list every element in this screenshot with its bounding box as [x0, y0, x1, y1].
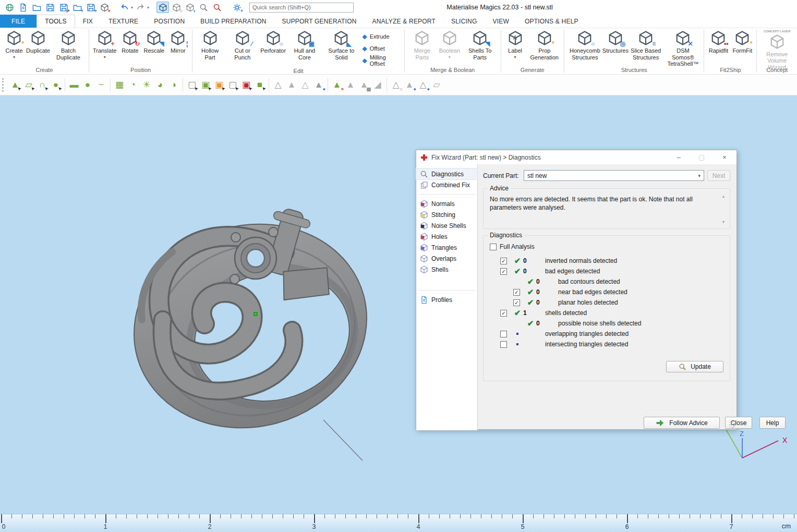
- section-cube-icon[interactable]: ◐: [184, 2, 196, 13]
- select-triangles-tool[interactable]: ▲➤: [8, 78, 22, 92]
- mark-brush-tool[interactable]: ◔: [126, 78, 140, 92]
- formfit-button[interactable]: *FormFit: [730, 29, 754, 67]
- mark-free-form-tool[interactable]: ●: [81, 78, 94, 92]
- dialog-title-bar[interactable]: Fix Wizard (Part: stl new) > Diagnostics…: [416, 150, 736, 164]
- save-as-icon[interactable]: ↗: [57, 2, 70, 13]
- checkbox-bad-edges-detected[interactable]: ✓: [500, 268, 507, 275]
- fix-wizard-page-noise-shells[interactable]: Noise Shells: [416, 220, 477, 231]
- dsm-somos-tetrashell-button[interactable]: ✕DSM Somos® TetraShell™: [664, 29, 702, 67]
- batch-duplicate-button[interactable]: Batch Duplicate: [50, 29, 87, 67]
- select-solid-part-tool[interactable]: ■➤: [253, 78, 267, 92]
- new-file-icon[interactable]: [17, 2, 29, 13]
- settings-gear-icon[interactable]: +: [231, 2, 243, 13]
- milling-offset-button[interactable]: ◆Milling Offset: [362, 55, 400, 66]
- select-marked-part-tool[interactable]: ▣➤: [239, 78, 253, 92]
- fix-wizard-page-profiles[interactable]: Profiles: [416, 294, 477, 305]
- import-folder-icon[interactable]: +: [71, 2, 83, 13]
- export-save-icon[interactable]: +: [84, 2, 97, 13]
- follow-advice-button[interactable]: Follow Advice: [644, 417, 720, 429]
- redo-icon[interactable]: [134, 2, 147, 13]
- select-surface-tool[interactable]: ∩➤: [35, 78, 49, 92]
- tab-options-help[interactable]: OPTIONS & HELP: [517, 15, 586, 28]
- tab-tools[interactable]: TOOLS: [37, 15, 75, 28]
- tab-support-generation[interactable]: SUPPORT GENERATION: [274, 15, 365, 28]
- select-shell-tool[interactable]: ●➤: [49, 78, 63, 92]
- mirror-button[interactable]: ¦Mirror: [166, 29, 190, 67]
- label-dropdown-caret[interactable]: ▾: [514, 55, 516, 59]
- mark-curve-tool[interactable]: ~: [94, 78, 108, 92]
- boolean-dropdown-caret[interactable]: ▾: [449, 55, 451, 59]
- shells-to-parts-button[interactable]: ◥Shells To Parts: [462, 29, 499, 67]
- select-plane-tool[interactable]: ▱➤: [22, 78, 35, 92]
- tab-slicing[interactable]: SLICING: [443, 15, 485, 28]
- scroll-down-icon[interactable]: ▾: [722, 220, 724, 224]
- triangle-edit-tool-3[interactable]: △: [298, 78, 312, 92]
- slice-based-structures-button[interactable]: ≡Slice Based Structures: [627, 29, 665, 67]
- select-through-part-tool[interactable]: ▢➤: [226, 78, 239, 92]
- tab-position[interactable]: POSITION: [146, 15, 192, 28]
- create-button[interactable]: *Create▾: [2, 29, 26, 67]
- fix-wizard-page-overlaps[interactable]: Overlaps: [416, 253, 477, 264]
- triangle-edit-tool-1[interactable]: △: [271, 78, 285, 92]
- minimize-icon[interactable]: –: [675, 153, 682, 161]
- triangle-point-tool[interactable]: △●: [416, 78, 430, 92]
- tab-texture[interactable]: TEXTURE: [101, 15, 146, 28]
- fix-wizard-page-shells[interactable]: Shells: [416, 264, 477, 275]
- delete-part-icon[interactable]: ×: [98, 2, 111, 13]
- mark-small-circle-tool[interactable]: ◑: [167, 78, 180, 92]
- hull-and-core-button[interactable]: ▣Hull and Core: [287, 29, 323, 67]
- quad-edit-tool[interactable]: ▱: [430, 78, 443, 92]
- tab-analyze-report[interactable]: ANALYZE & REPORT: [365, 15, 443, 28]
- honeycomb-structures-button[interactable]: ○Honeycomb Structures: [566, 29, 603, 67]
- duplicate-button[interactable]: Duplicate: [26, 29, 50, 67]
- tab-file[interactable]: FILE: [0, 15, 37, 28]
- select-part-green-tool[interactable]: ▣➤: [199, 78, 212, 92]
- checkbox-overlapping-triangles-detected[interactable]: [500, 331, 507, 337]
- fix-wizard-page-stitching[interactable]: Stitching: [416, 209, 477, 220]
- delete-triangle-tool[interactable]: ▲×: [330, 78, 344, 92]
- current-part-select[interactable]: stl new ▾: [524, 170, 704, 181]
- unzoom-icon[interactable]: [211, 2, 223, 13]
- triangle-page-tool[interactable]: ▲▤: [357, 78, 371, 92]
- rescale-button[interactable]: ◥Rescale: [142, 29, 166, 67]
- tab-view[interactable]: VIEW: [485, 15, 516, 28]
- fix-wizard-page-triangles[interactable]: Triangles: [416, 242, 477, 253]
- extrude-button[interactable]: ◆Extrude: [362, 31, 400, 42]
- hollow-part-button[interactable]: Hollow Part: [195, 29, 225, 67]
- open-file-icon[interactable]: [30, 2, 43, 13]
- update-button[interactable]: Update: [666, 361, 723, 372]
- fix-wizard-page-diagnostics[interactable]: Diagnostics: [416, 168, 477, 179]
- perforator-button[interactable]: ○Perforator: [260, 29, 287, 67]
- triangle-stitch-tool[interactable]: ▲●: [403, 78, 416, 92]
- view-cube-icon[interactable]: [156, 2, 169, 13]
- create-dropdown-caret[interactable]: ▾: [13, 55, 15, 59]
- checkbox-near-bad-edges-detected[interactable]: ✓: [513, 289, 520, 296]
- undo-icon[interactable]: [118, 2, 130, 13]
- rapidfit-button[interactable]: ••Rapidfit: [706, 29, 730, 67]
- resize-grip[interactable]: [729, 422, 735, 428]
- mark-circle-tool[interactable]: ◕: [153, 78, 167, 92]
- translate-dropdown-caret[interactable]: ▾: [104, 55, 106, 59]
- tab-fix[interactable]: FIX: [75, 15, 101, 28]
- fix-wizard-page-combined-fix[interactable]: Combined Fix: [416, 179, 477, 190]
- triangle-edit-tool-2[interactable]: ▲: [285, 78, 298, 92]
- undo-icon-caret[interactable]: ▾: [131, 5, 133, 10]
- maximize-icon[interactable]: ▢: [698, 153, 705, 161]
- prop-generation-button[interactable]: *Prop Generation: [527, 29, 562, 67]
- select-part-tool[interactable]: ▢➤: [185, 78, 199, 92]
- save-icon[interactable]: [44, 2, 56, 13]
- offset-button[interactable]: ◆Offset: [362, 43, 400, 54]
- mark-rectangle-tool[interactable]: ▬: [67, 78, 81, 92]
- translate-button[interactable]: +Translate▾: [91, 29, 118, 67]
- triangle-blue-drop-tool[interactable]: ▲●: [312, 78, 325, 92]
- redo-icon-caret[interactable]: ▾: [147, 5, 149, 10]
- structures-button[interactable]: ◎Structures: [603, 29, 627, 67]
- checkbox-inverted-normals-detected[interactable]: ✓: [500, 258, 507, 264]
- fix-wizard-page-holes[interactable]: Holes: [416, 231, 477, 242]
- triangle-pair-tool[interactable]: ▲: [344, 78, 357, 92]
- close-icon[interactable]: ×: [721, 153, 728, 161]
- select-surface-part-tool[interactable]: ▣➤: [212, 78, 226, 92]
- checkbox-planar-holes-detected[interactable]: ✓: [513, 299, 520, 306]
- label-button[interactable]: ALabel▾: [503, 29, 527, 67]
- mark-window-triangles-tool[interactable]: ▦: [113, 78, 126, 92]
